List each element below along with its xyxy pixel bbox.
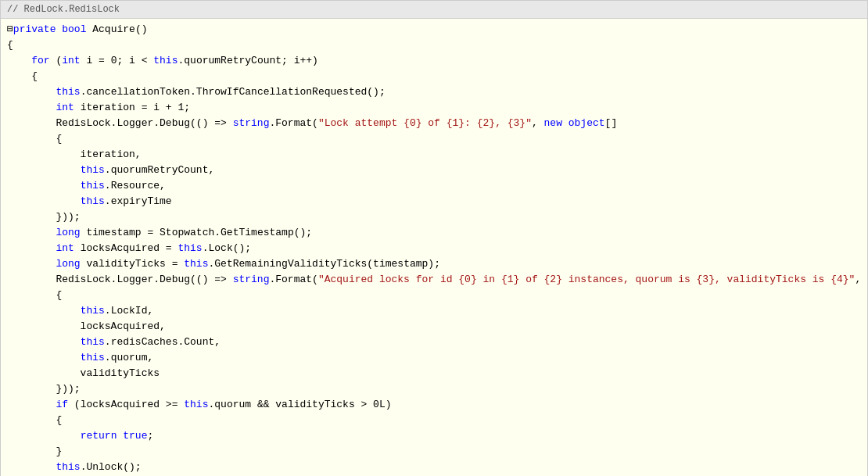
line-open-2: {	[1, 69, 868, 84]
line-signature: ⊟private bool Acquire()	[1, 22, 868, 38]
line-lock-id: this.LockId,	[1, 303, 868, 319]
line-open-5: {	[1, 413, 868, 428]
line-validity-ticks: long validityTicks = this.GetRemainingVa…	[1, 256, 868, 272]
title-bar: // RedLock.RedisLock	[1, 1, 867, 19]
line-if-locks: if (locksAcquired >= this.quorum && vali…	[1, 397, 868, 413]
line-logger-2: RedisLock.Logger.Debug(() => string.Form…	[1, 272, 868, 288]
line-return-true: return true;	[1, 428, 868, 444]
line-iteration: int iteration = i + 1;	[1, 100, 868, 116]
line-quorum-val: this.quorum,	[1, 350, 868, 366]
line-open-3: {	[1, 131, 868, 147]
line-timestamp: long timestamp = Stopwatch.GetTimestamp(…	[1, 225, 868, 241]
line-redis-caches: this.redisCaches.Count,	[1, 335, 868, 350]
code-body: ⊟private bool Acquire() { for (int i = 0…	[1, 19, 868, 476]
line-close-array-1: }));	[1, 209, 868, 225]
code-window: // RedLock.RedisLock ⊟private bool Acqui…	[0, 0, 868, 476]
line-cancellation: this.cancellationToken.ThrowIfCancellati…	[1, 84, 868, 100]
line-for: for (int i = 0; i < this.quorumRetryCoun…	[1, 53, 868, 69]
line-iter-val: iteration,	[1, 147, 868, 163]
line-close-array-2: }));	[1, 381, 868, 397]
line-close-5: }	[1, 444, 868, 460]
line-open-4: {	[1, 288, 868, 303]
line-expiry: this.expiryTime	[1, 194, 868, 209]
line-resource: this.Resource,	[1, 178, 868, 194]
line-locks-acquired: int locksAcquired = this.Lock();	[1, 241, 868, 256]
line-open-1: {	[1, 38, 868, 53]
line-unlock: this.Unlock();	[1, 460, 868, 475]
line-quorum-retry: this.quorumRetryCount,	[1, 163, 868, 178]
line-logger-1: RedisLock.Logger.Debug(() => string.Form…	[1, 116, 868, 131]
line-locks-acq-val: locksAcquired,	[1, 319, 868, 335]
line-validity-val: validityTicks	[1, 366, 868, 381]
file-path: // RedLock.RedisLock	[7, 2, 120, 16]
